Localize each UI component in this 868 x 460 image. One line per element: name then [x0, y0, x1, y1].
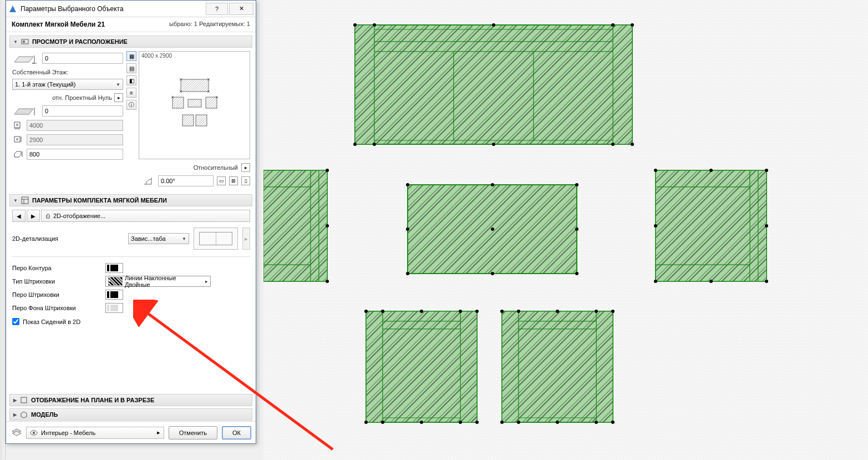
- mirror-v-button[interactable]: ▯: [241, 176, 250, 185]
- relative-popup[interactable]: ▸: [241, 163, 250, 172]
- preview-mode-2d[interactable]: ▦: [126, 51, 136, 61]
- svg-rect-45: [656, 170, 750, 187]
- relative-label: Относительный: [194, 164, 238, 171]
- section-title: ОТОБРАЖЕНИЕ НА ПЛАНЕ И В РАЗРЕЗЕ: [31, 397, 154, 403]
- svg-point-88: [517, 421, 520, 424]
- svg-rect-63: [383, 329, 460, 418]
- cancel-button[interactable]: Отменить: [169, 426, 217, 439]
- elev-bottom-icon: [12, 105, 40, 117]
- svg-rect-92: [23, 41, 25, 43]
- dim-a-input[interactable]: 4000: [27, 120, 123, 131]
- selection-info: ыбрано: 1 Редактируемых: 1: [169, 21, 250, 28]
- svg-rect-108: [188, 99, 201, 107]
- layer-dropdown[interactable]: Интерьер - Мебель ▸: [26, 427, 164, 439]
- hatch-pen-picker[interactable]: [105, 290, 123, 300]
- preview-mode-3d[interactable]: ◧: [126, 75, 136, 85]
- preview-dims: 4000 x 2900: [139, 52, 250, 60]
- preview-icon: [21, 38, 29, 46]
- svg-rect-125: [22, 197, 28, 204]
- svg-rect-112: [196, 115, 207, 126]
- detail-dropdown[interactable]: Завис...таба▼: [128, 233, 189, 244]
- preview-mode-info[interactable]: ⓘ: [126, 100, 136, 110]
- section-model-header[interactable]: ▶ МОДЕЛЬ: [9, 408, 252, 421]
- svg-rect-10: [374, 29, 613, 42]
- svg-rect-14: [534, 52, 613, 140]
- titlebar: Параметры Выбранного Объекта ? ✕: [6, 1, 256, 17]
- hatch-type-dropdown[interactable]: Линии Наклонные Двойные ▸: [105, 276, 211, 287]
- svg-point-89: [595, 421, 598, 424]
- svg-point-20: [492, 143, 495, 146]
- elev-bottom-input[interactable]: 0: [42, 105, 123, 117]
- angle-input[interactable]: 0.00°: [158, 175, 214, 186]
- mirror-x-button[interactable]: ⊠: [229, 176, 238, 185]
- ok-button[interactable]: ОК: [222, 426, 251, 439]
- tab-next-button[interactable]: ▶: [27, 210, 40, 222]
- sofa-top[interactable]: [353, 23, 634, 146]
- section-plan-header[interactable]: ▶ ОТОБРАЖЕНИЕ НА ПЛАНЕ И В РАЗРЕЗЕ: [9, 394, 252, 406]
- show-seats-checkbox[interactable]: [12, 318, 19, 325]
- svg-point-65: [475, 310, 479, 313]
- svg-rect-12: [374, 52, 454, 140]
- detail-next[interactable]: ▸: [242, 228, 250, 250]
- chevron-down-icon: ▼: [116, 82, 120, 87]
- section-sofa-header[interactable]: ▼ ПАРАМЕТРЫ КОМПЛЕКТА МЯГКОЙ МЕБЕЛИ: [9, 194, 252, 206]
- svg-rect-8: [355, 25, 374, 144]
- section-preview-header[interactable]: ▼ ПРОСМОТР И РАСПОЛОЖЕНИЕ: [9, 36, 252, 48]
- elev-top-input[interactable]: 0: [42, 53, 123, 64]
- eye-icon: [30, 429, 38, 436]
- dim-c-input[interactable]: 800: [27, 149, 123, 160]
- tab-current[interactable]: ⎙ 2D-отображение...: [41, 210, 250, 222]
- hatch-bg-pen-picker[interactable]: [105, 303, 123, 313]
- coffee-table[interactable]: [406, 183, 578, 275]
- svg-rect-26: [263, 170, 311, 187]
- svg-rect-49: [656, 187, 750, 265]
- preview-mode-elev[interactable]: ▤: [126, 63, 136, 73]
- home-story-dropdown[interactable]: 1. 1-й этаж (Текущий)▼: [12, 79, 123, 90]
- object-name: Комплект Мягкой Мебели 21: [12, 21, 105, 28]
- close-button[interactable]: ✕: [229, 3, 253, 15]
- help-button[interactable]: ?: [206, 3, 228, 15]
- armchair-left[interactable]: [263, 169, 329, 283]
- preview-mode-list[interactable]: ≡: [126, 88, 136, 98]
- armchair-bottom-left[interactable]: [364, 310, 479, 424]
- plan-icon: [20, 396, 28, 404]
- hatch-pen-label: Перо Штриховки: [12, 291, 101, 298]
- detail-label: 2D-детализация: [12, 235, 124, 242]
- svg-rect-75: [502, 311, 519, 422]
- mirror-h-button[interactable]: ▭: [217, 176, 226, 185]
- dim-b-input[interactable]: 2900: [27, 134, 123, 145]
- contour-pen-picker[interactable]: [105, 263, 123, 273]
- svg-point-82: [500, 421, 504, 424]
- svg-rect-79: [519, 329, 596, 418]
- svg-point-33: [326, 224, 329, 228]
- svg-point-72: [381, 421, 384, 424]
- svg-point-64: [364, 310, 368, 313]
- tab-prev-button[interactable]: ◀: [12, 210, 26, 222]
- dim-c-icon: [12, 149, 24, 159]
- drawing-canvas[interactable]: [263, 0, 868, 460]
- host-app-sidebar: [0, 0, 6, 460]
- svg-rect-78: [519, 321, 596, 329]
- svg-point-55: [765, 224, 768, 228]
- svg-point-52: [654, 280, 657, 283]
- rel-zero-popup[interactable]: ▸: [114, 93, 123, 102]
- svg-point-87: [595, 310, 598, 313]
- section-title: ПАРАМЕТРЫ КОМПЛЕКТА МЯГКОЙ МЕБЕЛИ: [32, 197, 167, 204]
- svg-rect-60: [460, 311, 477, 422]
- params-icon: [21, 196, 29, 204]
- svg-point-83: [611, 421, 615, 424]
- elev-top-icon: [12, 51, 40, 65]
- svg-point-53: [765, 280, 768, 283]
- svg-rect-46: [656, 265, 750, 281]
- contour-pen-label: Перо Контура: [12, 265, 101, 271]
- dialog-footer: Интерьер - Мебель ▸ Отменить ОК: [6, 421, 256, 443]
- hatch-swatch: [108, 277, 123, 286]
- armchair-right[interactable]: [654, 169, 768, 283]
- armchair-bottom-right[interactable]: [500, 310, 615, 424]
- svg-point-38: [575, 272, 578, 275]
- svg-point-23: [373, 143, 376, 146]
- svg-point-56: [709, 169, 713, 172]
- svg-point-15: [353, 23, 357, 27]
- svg-point-50: [654, 169, 657, 172]
- home-story-label: Собственный Этаж:: [12, 69, 123, 75]
